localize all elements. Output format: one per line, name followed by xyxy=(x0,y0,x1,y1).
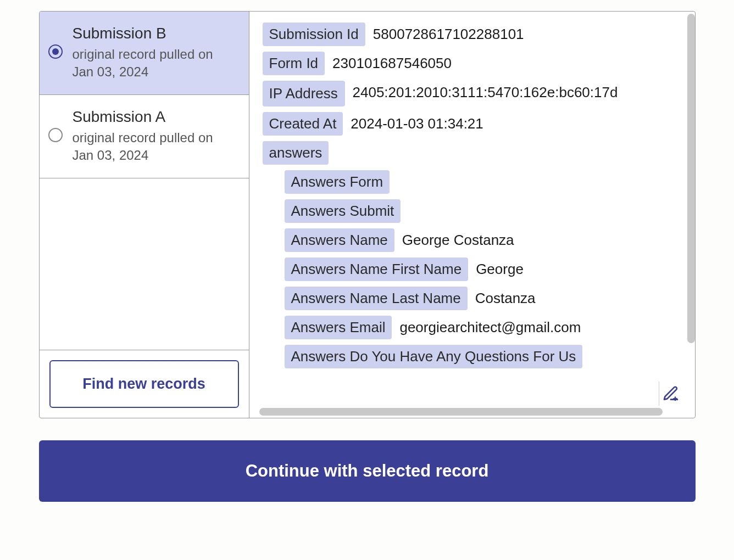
detail-pane: Submission Id 5800728617102288101 Form I… xyxy=(249,12,695,418)
field-submission-id: Submission Id 5800728617102288101 xyxy=(263,23,682,46)
radio-submission-b[interactable] xyxy=(48,44,63,59)
sidebar: Submission B original record pulled on J… xyxy=(40,12,249,418)
field-value: 5800728617102288101 xyxy=(373,23,524,43)
radio-submission-a[interactable] xyxy=(48,128,63,142)
field-label: Form Id xyxy=(263,52,325,75)
record-item-submission-a[interactable]: Submission A original record pulled on J… xyxy=(40,95,249,178)
field-answers-header: answers xyxy=(263,141,682,165)
record-text: Submission A original record pulled on J… xyxy=(73,108,238,165)
field-value: Costanza xyxy=(475,287,536,307)
record-title: Submission B xyxy=(73,25,238,42)
field-ip-address: IP Address 2405:201:2010:3111:5470:162e:… xyxy=(263,81,682,107)
field-value: George xyxy=(476,257,524,278)
record-list: Submission B original record pulled on J… xyxy=(40,12,249,350)
record-subtitle: original record pulled on Jan 03, 2024 xyxy=(73,46,238,81)
field-answers-questions: Answers Do You Have Any Questions For Us xyxy=(285,345,682,368)
field-label: Answers Submit xyxy=(285,199,401,223)
record-item-submission-b[interactable]: Submission B original record pulled on J… xyxy=(40,12,249,95)
edit-add-icon[interactable] xyxy=(659,382,683,406)
field-created-at: Created At 2024-01-03 01:34:21 xyxy=(263,112,682,136)
field-value: 230101687546050 xyxy=(332,52,452,72)
record-text: Submission B original record pulled on J… xyxy=(73,25,238,81)
field-label: answers xyxy=(263,141,329,165)
record-title: Submission A xyxy=(73,108,238,126)
pencil-plus-icon xyxy=(662,385,680,402)
answers-nested: Answers Form Answers Submit Answers Name… xyxy=(285,170,682,368)
sidebar-footer: Find new records xyxy=(40,350,249,418)
field-label: Submission Id xyxy=(263,23,365,46)
field-value: George Costanza xyxy=(402,228,514,249)
continue-button[interactable]: Continue with selected record xyxy=(39,440,696,502)
field-label: Created At xyxy=(263,112,343,136)
vertical-scrollbar[interactable] xyxy=(687,13,695,417)
record-subtitle: original record pulled on Jan 03, 2024 xyxy=(73,129,238,165)
field-answers-email: Answers Email georgiearchitect@gmail.com xyxy=(285,316,682,339)
field-value: georgiearchitect@gmail.com xyxy=(399,316,581,336)
field-label: Answers Name xyxy=(285,228,394,252)
field-label: Answers Email xyxy=(285,316,392,339)
field-label: Answers Name Last Name xyxy=(285,287,468,310)
find-new-records-button[interactable]: Find new records xyxy=(49,360,239,408)
field-answers-name: Answers Name George Costanza xyxy=(285,228,682,252)
field-answers-form: Answers Form xyxy=(285,170,682,194)
scrollbar-thumb[interactable] xyxy=(259,408,663,416)
field-answers-last-name: Answers Name Last Name Costanza xyxy=(285,287,682,310)
field-answers-submit: Answers Submit xyxy=(285,199,682,223)
field-label: Answers Form xyxy=(285,170,390,194)
field-form-id: Form Id 230101687546050 xyxy=(263,52,682,75)
field-answers-first-name: Answers Name First Name George xyxy=(285,257,682,281)
field-value: 2405:201:2010:3111:5470:162e:bc60:17d xyxy=(353,81,618,101)
field-label: IP Address xyxy=(263,81,345,107)
horizontal-scrollbar[interactable] xyxy=(259,408,684,416)
field-label: Answers Name First Name xyxy=(285,257,469,281)
scrollbar-thumb[interactable] xyxy=(687,14,695,343)
record-panel: Submission B original record pulled on J… xyxy=(39,11,696,418)
field-value: 2024-01-03 01:34:21 xyxy=(351,112,483,132)
field-label: Answers Do You Have Any Questions For Us xyxy=(285,345,583,368)
radio-dot-icon xyxy=(52,48,59,55)
